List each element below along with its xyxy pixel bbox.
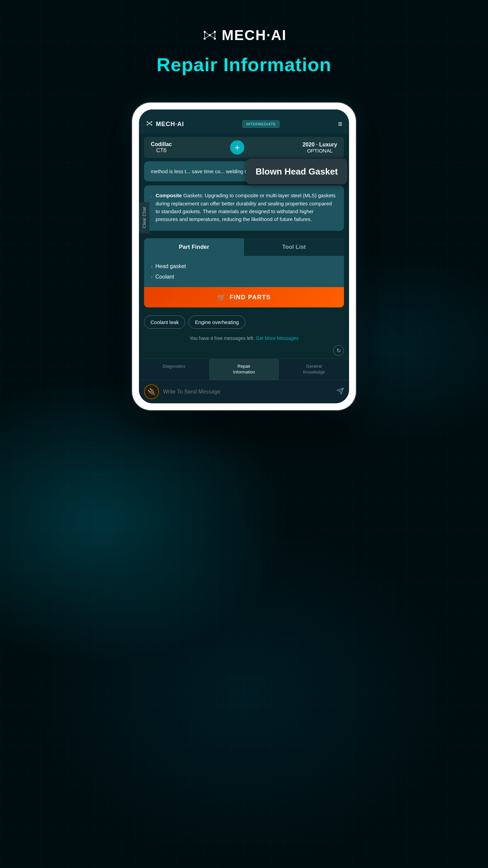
page-title: Repair Information bbox=[157, 54, 331, 76]
nav-repair-information[interactable]: RepairInformation bbox=[209, 359, 279, 380]
app-header: MECH·AI INTERMEDIATE ≡ bbox=[139, 109, 349, 134]
tabs-header: Part Finder Tool List bbox=[144, 238, 344, 256]
app-logo-text: MECH·AI bbox=[222, 27, 286, 43]
parts-list: Head gasket Coolant bbox=[151, 261, 337, 282]
tooltip-blown-head-gasket: Blown Head Gasket bbox=[246, 159, 347, 184]
header-logo-icon bbox=[146, 120, 153, 128]
svg-line-5 bbox=[205, 32, 210, 35]
chip-engine-overheating[interactable]: Engine overheating bbox=[188, 316, 245, 329]
messages-count-text: You have 4 free messages left. bbox=[189, 336, 255, 341]
suggestion-chips: Coolant leak Engine overheating bbox=[139, 311, 349, 333]
vehicle-info-right: 2020 · Luxury OPTIONAL bbox=[303, 142, 337, 154]
logo-icon bbox=[201, 28, 218, 42]
message-input-bar: 🔌 bbox=[139, 380, 349, 403]
vehicle-year: 2020 · Luxury bbox=[303, 142, 337, 148]
page-wrapper: MECH·AI Repair Information bbox=[0, 0, 488, 410]
chat-bubble-composite: · Composite Gaskets: Upgrading to compos… bbox=[144, 185, 344, 231]
refresh-area: ↻ bbox=[139, 345, 349, 359]
vehicle-model: CT6 bbox=[151, 147, 172, 154]
svg-line-17 bbox=[149, 122, 151, 123]
phone-screen: MECH·AI INTERMEDIATE ≡ Codillac CT6 + 20… bbox=[139, 109, 349, 403]
app-logo: MECH·AI bbox=[201, 27, 286, 43]
composite-rest: Gaskets: Upgrading to composite or multi… bbox=[156, 193, 336, 222]
app-header-logo: MECH·AI bbox=[146, 120, 184, 128]
find-parts-button[interactable]: 🛒 FIND PARTS bbox=[144, 287, 344, 307]
messages-info: You have 4 free messages left. Get More … bbox=[139, 333, 349, 345]
svg-line-7 bbox=[205, 35, 210, 39]
nav-general-knowledge[interactable]: GeneralKnowledge bbox=[279, 359, 349, 380]
tabs-content: Head gasket Coolant bbox=[144, 256, 344, 287]
hamburger-icon[interactable]: ≡ bbox=[338, 120, 342, 128]
svg-line-19 bbox=[149, 123, 151, 125]
vehicle-bar: Codillac CT6 + 2020 · Luxury OPTIONAL bbox=[144, 137, 344, 158]
chat-bubble-truncated: method is less t... save time co... weld… bbox=[144, 161, 344, 181]
chat-area: method is less t... save time co... weld… bbox=[139, 161, 349, 238]
phone-notch bbox=[222, 103, 266, 107]
svg-line-16 bbox=[147, 122, 149, 123]
tabs-section: Part Finder Tool List Head gasket Coolan… bbox=[144, 238, 344, 307]
tab-part-finder[interactable]: Part Finder bbox=[144, 238, 244, 256]
send-icon[interactable] bbox=[337, 387, 344, 397]
phone-mockup: MECH·AI INTERMEDIATE ≡ Codillac CT6 + 20… bbox=[132, 103, 356, 410]
badge-intermediate: INTERMEDIATE bbox=[242, 120, 280, 128]
chip-coolant-leak[interactable]: Coolant leak bbox=[144, 316, 185, 329]
part-item-head-gasket: Head gasket bbox=[151, 261, 337, 271]
get-more-messages-link[interactable]: Get More Messages bbox=[256, 336, 299, 341]
message-input[interactable] bbox=[163, 389, 332, 395]
svg-line-6 bbox=[210, 32, 215, 35]
cart-icon: 🛒 bbox=[217, 293, 226, 301]
obd-icon: 🔌 bbox=[144, 384, 159, 399]
composite-bold: Composite bbox=[156, 193, 182, 198]
vehicle-tier: OPTIONAL bbox=[303, 148, 337, 154]
vehicle-info-left: Codillac CT6 bbox=[151, 141, 172, 154]
composite-text: Composite Gaskets: Upgrading to composit… bbox=[156, 191, 337, 223]
bullet-dot: · bbox=[151, 192, 152, 223]
svg-line-18 bbox=[147, 123, 149, 125]
vehicle-add-button[interactable]: + bbox=[230, 140, 244, 155]
vehicle-name: Codillac bbox=[151, 141, 172, 147]
tab-tool-list[interactable]: Tool List bbox=[244, 238, 344, 256]
bullet-composite: · Composite Gaskets: Upgrading to compos… bbox=[151, 191, 337, 223]
header-logo-text: MECH·AI bbox=[156, 121, 184, 128]
bottom-nav: Diagnostics RepairInformation GeneralKno… bbox=[139, 359, 349, 380]
refresh-icon[interactable]: ↻ bbox=[333, 345, 344, 356]
clear-chat-button[interactable]: Clear Chat bbox=[139, 202, 149, 233]
nav-diagnostics[interactable]: Diagnostics bbox=[139, 359, 209, 380]
svg-line-8 bbox=[210, 35, 215, 39]
find-parts-label: FIND PARTS bbox=[229, 294, 271, 301]
part-item-coolant: Coolant bbox=[151, 271, 337, 282]
